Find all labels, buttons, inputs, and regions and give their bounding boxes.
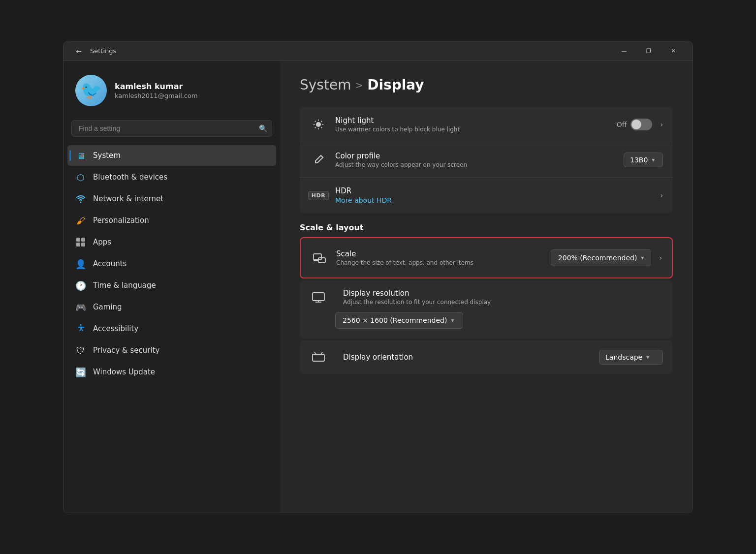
sidebar-item-accessibility[interactable]: Accessibility [67,318,276,339]
color-profile-dropdown[interactable]: 13B0 ▾ [624,153,663,167]
sidebar-item-system[interactable]: 🖥 System [67,145,276,166]
night-light-label: Night light [335,116,617,125]
update-label: Windows Update [93,368,155,376]
system-label: System [93,151,121,160]
night-light-row[interactable]: Night light Use warmer colors to help bl… [300,107,673,142]
scale-layout-title: Scale & layout [300,223,673,232]
toggle-off-label: Off [617,121,627,128]
orientation-card: Display orientation Landscape ▾ [300,340,673,374]
user-profile[interactable]: 🐦 kamlesh kumar kamlesh2011@gmail.com [67,69,276,112]
resolution-row[interactable]: Display resolution Adjust the resolution… [300,280,673,339]
scale-dropdown[interactable]: 200% (Recommended) ▾ [551,249,652,266]
time-icon: 🕐 [75,280,86,291]
sidebar-item-bluetooth[interactable]: ⬡ Bluetooth & devices [67,167,276,187]
minimize-button[interactable]: — [613,43,635,59]
orientation-dropdown[interactable]: Landscape ▾ [599,350,663,365]
system-icon: 🖥 [75,150,86,161]
hdr-label: HDR [335,186,656,195]
night-light-chevron: › [660,121,663,128]
scale-card: Scale Change the size of text, apps, and… [300,237,673,278]
color-profile-icon [310,151,327,169]
sidebar: 🐦 kamlesh kumar kamlesh2011@gmail.com 🔍 … [63,61,280,513]
scale-value: 200% (Recommended) [558,254,637,262]
hdr-control: › [656,191,663,199]
hdr-chevron: › [660,191,663,199]
close-button[interactable]: ✕ [662,43,685,59]
app-title: Settings [90,47,116,55]
svg-line-11 [315,121,315,121]
scale-dropdown-arrow: ▾ [641,254,644,261]
svg-rect-16 [318,258,325,263]
sidebar-item-update[interactable]: 🔄 Windows Update [67,362,276,382]
main-content: System > Display [280,61,693,513]
resolution-label: Display resolution [343,289,663,298]
night-light-desc: Use warmer colors to help block blue lig… [335,126,617,133]
svg-rect-15 [314,254,321,260]
sidebar-item-accounts[interactable]: 👤 Accounts [67,253,276,274]
resolution-dropdown[interactable]: 2560 × 1600 (Recommended) ▾ [335,312,463,329]
orientation-dropdown-arrow: ▾ [646,354,649,361]
sidebar-item-privacy[interactable]: 🛡 Privacy & security [67,340,276,361]
hdr-link: More about HDR [335,196,656,204]
toggle-thumb [631,120,641,129]
search-box: 🔍 [71,120,272,137]
hdr-row[interactable]: HDR HDR More about HDR › [300,178,673,213]
accessibility-label: Accessibility [93,324,138,333]
privacy-label: Privacy & security [93,346,159,355]
apps-label: Apps [93,238,111,246]
svg-line-14 [321,121,322,121]
scale-desc: Change the size of text, apps, and other… [336,259,551,266]
search-icon: 🔍 [259,124,267,132]
back-icon: ← [76,47,82,55]
sidebar-item-network[interactable]: Network & internet [67,188,276,209]
sidebar-item-apps[interactable]: Apps [67,232,276,252]
orientation-value: Landscape [605,353,642,361]
accounts-label: Accounts [93,259,126,268]
color-profile-text: Color profile Adjust the way colors appe… [335,152,624,168]
sidebar-item-gaming[interactable]: 🎮 Gaming [67,297,276,317]
bluetooth-icon: ⬡ [75,172,86,183]
svg-rect-18 [313,293,324,301]
maximize-button[interactable]: ❐ [637,43,660,59]
svg-line-12 [321,127,322,127]
breadcrumb: System > Display [300,77,673,93]
color-profile-row[interactable]: Color profile Adjust the way colors appe… [300,142,673,178]
resolution-value: 2560 × 1600 (Recommended) [343,316,447,324]
window-controls: — ❐ ✕ [613,43,685,59]
sidebar-item-personalization[interactable]: 🖌 Personalization [67,210,276,231]
titlebar: ← Settings — ❐ ✕ [63,41,693,61]
user-info: kamlesh kumar kamlesh2011@gmail.com [115,82,198,99]
personalization-label: Personalization [93,216,149,225]
sidebar-item-time[interactable]: 🕐 Time & language [67,275,276,296]
svg-line-13 [315,127,315,127]
back-button[interactable]: ← [71,44,86,59]
svg-rect-3 [76,243,80,246]
resolution-desc: Adjust the resolution to fit your connec… [343,299,663,306]
scale-row[interactable]: Scale Change the size of text, apps, and… [301,238,672,277]
resolution-text: Display resolution Adjust the resolution… [343,289,663,306]
active-indicator [69,150,71,161]
night-light-toggle[interactable] [630,119,652,130]
search-input[interactable] [71,120,272,137]
resolution-dropdown-arrow: ▾ [451,317,454,324]
color-profile-label: Color profile [335,152,624,160]
network-label: Network & internet [93,194,163,203]
scale-control: 200% (Recommended) ▾ › [551,249,662,266]
settings-window: ← Settings — ❐ ✕ 🐦 kamlesh kumar kamlesh… [63,41,693,513]
night-light-text: Night light Use warmer colors to help bl… [335,116,617,133]
dropdown-arrow-icon: ▾ [652,156,655,163]
user-name: kamlesh kumar [115,82,198,91]
breadcrumb-current: Display [367,77,424,93]
hdr-icon: HDR [310,186,327,204]
bluetooth-label: Bluetooth & devices [93,173,167,182]
color-profile-control: 13B0 ▾ [624,153,663,167]
svg-rect-4 [81,243,85,246]
user-email: kamlesh2011@gmail.com [115,92,198,99]
resolution-card: Display resolution Adjust the resolution… [300,280,673,339]
update-icon: 🔄 [75,367,86,377]
svg-rect-1 [76,238,80,242]
breadcrumb-separator: > [355,79,363,91]
page-header: System > Display [300,77,673,93]
color-profile-value: 13B0 [630,156,648,164]
resolution-icon [310,288,327,306]
